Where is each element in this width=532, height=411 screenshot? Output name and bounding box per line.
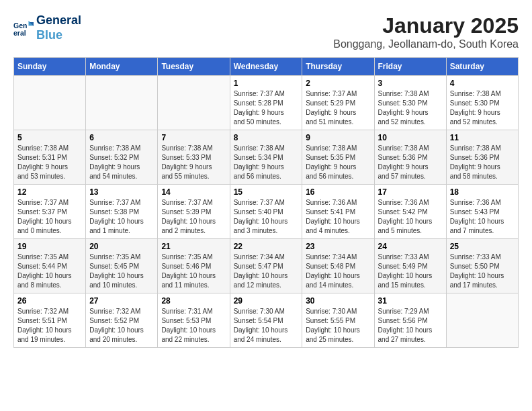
day-info: Sunrise: 7:29 AM Sunset: 5:56 PM Dayligh…: [378, 307, 443, 345]
calendar-cell: 8Sunrise: 7:38 AM Sunset: 5:34 PM Daylig…: [230, 130, 302, 185]
day-info: Sunrise: 7:38 AM Sunset: 5:33 PM Dayligh…: [161, 144, 226, 181]
day-info: Sunrise: 7:31 AM Sunset: 5:53 PM Dayligh…: [161, 307, 226, 345]
calendar-cell: 15Sunrise: 7:37 AM Sunset: 5:40 PM Dayli…: [230, 185, 302, 239]
calendar-cell: 2Sunrise: 7:37 AM Sunset: 5:29 PM Daylig…: [302, 76, 374, 130]
day-info: Sunrise: 7:38 AM Sunset: 5:35 PM Dayligh…: [306, 144, 370, 181]
weekday-header-monday: Monday: [86, 58, 158, 76]
day-info: Sunrise: 7:36 AM Sunset: 5:41 PM Dayligh…: [306, 198, 370, 236]
day-number: 22: [234, 242, 299, 251]
calendar-cell: 22Sunrise: 7:34 AM Sunset: 5:47 PM Dayli…: [230, 239, 302, 293]
day-number: 5: [17, 133, 82, 142]
week-row-2: 5Sunrise: 7:38 AM Sunset: 5:31 PM Daylig…: [14, 130, 519, 185]
logo: Gen eral General Blue: [13, 13, 81, 42]
day-info: Sunrise: 7:38 AM Sunset: 5:34 PM Dayligh…: [234, 144, 299, 181]
day-info: Sunrise: 7:38 AM Sunset: 5:32 PM Dayligh…: [89, 144, 154, 181]
calendar-cell: 11Sunrise: 7:38 AM Sunset: 5:36 PM Dayli…: [446, 130, 518, 185]
weekday-header-friday: Friday: [374, 58, 446, 76]
calendar-cell: [446, 293, 518, 348]
day-number: 18: [450, 187, 515, 197]
logo-line2: Blue: [36, 28, 81, 43]
day-number: 6: [89, 133, 154, 142]
day-info: Sunrise: 7:37 AM Sunset: 5:29 PM Dayligh…: [306, 89, 370, 127]
calendar-cell: 21Sunrise: 7:35 AM Sunset: 5:46 PM Dayli…: [158, 239, 230, 293]
day-info: Sunrise: 7:38 AM Sunset: 5:36 PM Dayligh…: [450, 144, 515, 181]
week-row-5: 26Sunrise: 7:32 AM Sunset: 5:51 PM Dayli…: [14, 293, 519, 348]
day-number: 16: [306, 187, 370, 197]
day-number: 9: [306, 133, 370, 142]
location-title: Bonggang, Jeollanam-do, South Korea: [333, 38, 519, 50]
title-area: January 2025 Bonggang, Jeollanam-do, Sou…: [333, 13, 519, 50]
calendar-cell: 17Sunrise: 7:36 AM Sunset: 5:42 PM Dayli…: [374, 185, 446, 239]
day-info: Sunrise: 7:34 AM Sunset: 5:47 PM Dayligh…: [234, 253, 299, 290]
calendar-cell: 10Sunrise: 7:38 AM Sunset: 5:36 PM Dayli…: [374, 130, 446, 185]
day-number: 10: [378, 133, 443, 142]
day-info: Sunrise: 7:30 AM Sunset: 5:55 PM Dayligh…: [306, 307, 370, 345]
calendar-cell: 14Sunrise: 7:37 AM Sunset: 5:39 PM Dayli…: [158, 185, 230, 239]
day-number: 23: [306, 242, 370, 251]
calendar-cell: 13Sunrise: 7:37 AM Sunset: 5:38 PM Dayli…: [86, 185, 158, 239]
day-info: Sunrise: 7:37 AM Sunset: 5:38 PM Dayligh…: [89, 198, 154, 236]
day-info: Sunrise: 7:35 AM Sunset: 5:44 PM Dayligh…: [17, 253, 82, 290]
day-info: Sunrise: 7:30 AM Sunset: 5:54 PM Dayligh…: [234, 307, 299, 345]
day-info: Sunrise: 7:37 AM Sunset: 5:37 PM Dayligh…: [17, 198, 82, 236]
day-number: 15: [234, 187, 299, 197]
calendar-cell: 25Sunrise: 7:33 AM Sunset: 5:50 PM Dayli…: [446, 239, 518, 293]
weekday-header-tuesday: Tuesday: [158, 58, 230, 76]
logo-line1: General: [36, 13, 81, 28]
day-number: 26: [17, 296, 82, 306]
calendar-cell: 5Sunrise: 7:38 AM Sunset: 5:31 PM Daylig…: [14, 130, 86, 185]
calendar-cell: 31Sunrise: 7:29 AM Sunset: 5:56 PM Dayli…: [374, 293, 446, 348]
calendar-cell: 12Sunrise: 7:37 AM Sunset: 5:37 PM Dayli…: [14, 185, 86, 239]
day-info: Sunrise: 7:35 AM Sunset: 5:46 PM Dayligh…: [161, 253, 226, 290]
day-number: 2: [306, 79, 370, 88]
calendar-cell: 6Sunrise: 7:38 AM Sunset: 5:32 PM Daylig…: [86, 130, 158, 185]
day-number: 20: [89, 242, 154, 251]
page-header: Gen eral General Blue January 2025 Bongg…: [13, 13, 519, 50]
calendar-cell: 29Sunrise: 7:30 AM Sunset: 5:54 PM Dayli…: [230, 293, 302, 348]
calendar-cell: 3Sunrise: 7:38 AM Sunset: 5:30 PM Daylig…: [374, 76, 446, 130]
calendar-cell: 19Sunrise: 7:35 AM Sunset: 5:44 PM Dayli…: [14, 239, 86, 293]
day-number: 29: [234, 296, 299, 306]
logo-icon: Gen eral: [13, 18, 34, 38]
day-number: 25: [450, 242, 515, 251]
svg-text:eral: eral: [13, 29, 26, 37]
day-number: 4: [450, 79, 515, 88]
day-info: Sunrise: 7:37 AM Sunset: 5:28 PM Dayligh…: [234, 89, 299, 127]
day-info: Sunrise: 7:37 AM Sunset: 5:40 PM Dayligh…: [234, 198, 299, 236]
day-number: 19: [17, 242, 82, 251]
day-number: 14: [161, 187, 226, 197]
day-number: 7: [161, 133, 226, 142]
day-info: Sunrise: 7:32 AM Sunset: 5:52 PM Dayligh…: [89, 307, 154, 345]
weekday-header-thursday: Thursday: [302, 58, 374, 76]
calendar-cell: 9Sunrise: 7:38 AM Sunset: 5:35 PM Daylig…: [302, 130, 374, 185]
calendar-cell: [14, 76, 86, 130]
calendar-cell: 24Sunrise: 7:33 AM Sunset: 5:49 PM Dayli…: [374, 239, 446, 293]
calendar-table: SundayMondayTuesdayWednesdayThursdayFrid…: [13, 57, 519, 348]
week-row-1: 1Sunrise: 7:37 AM Sunset: 5:28 PM Daylig…: [14, 76, 519, 130]
calendar-cell: 1Sunrise: 7:37 AM Sunset: 5:28 PM Daylig…: [230, 76, 302, 130]
day-info: Sunrise: 7:38 AM Sunset: 5:30 PM Dayligh…: [378, 89, 443, 127]
day-number: 24: [378, 242, 443, 251]
day-number: 17: [378, 187, 443, 197]
day-info: Sunrise: 7:38 AM Sunset: 5:30 PM Dayligh…: [450, 89, 515, 127]
week-row-3: 12Sunrise: 7:37 AM Sunset: 5:37 PM Dayli…: [14, 185, 519, 239]
month-title: January 2025: [333, 13, 519, 38]
weekday-header-sunday: Sunday: [14, 58, 86, 76]
day-info: Sunrise: 7:34 AM Sunset: 5:48 PM Dayligh…: [306, 253, 370, 290]
weekday-header-row: SundayMondayTuesdayWednesdayThursdayFrid…: [14, 58, 519, 76]
calendar-cell: [158, 76, 230, 130]
svg-text:Gen: Gen: [13, 21, 27, 30]
day-info: Sunrise: 7:38 AM Sunset: 5:36 PM Dayligh…: [378, 144, 443, 181]
weekday-header-saturday: Saturday: [446, 58, 518, 76]
day-info: Sunrise: 7:36 AM Sunset: 5:43 PM Dayligh…: [450, 198, 515, 236]
logo-text: General Blue: [36, 13, 81, 42]
day-number: 1: [234, 79, 299, 88]
calendar-cell: 18Sunrise: 7:36 AM Sunset: 5:43 PM Dayli…: [446, 185, 518, 239]
calendar-cell: 26Sunrise: 7:32 AM Sunset: 5:51 PM Dayli…: [14, 293, 86, 348]
calendar-cell: 23Sunrise: 7:34 AM Sunset: 5:48 PM Dayli…: [302, 239, 374, 293]
day-number: 31: [378, 296, 443, 306]
calendar-cell: 27Sunrise: 7:32 AM Sunset: 5:52 PM Dayli…: [86, 293, 158, 348]
weekday-header-wednesday: Wednesday: [230, 58, 302, 76]
calendar-cell: 20Sunrise: 7:35 AM Sunset: 5:45 PM Dayli…: [86, 239, 158, 293]
day-number: 28: [161, 296, 226, 306]
